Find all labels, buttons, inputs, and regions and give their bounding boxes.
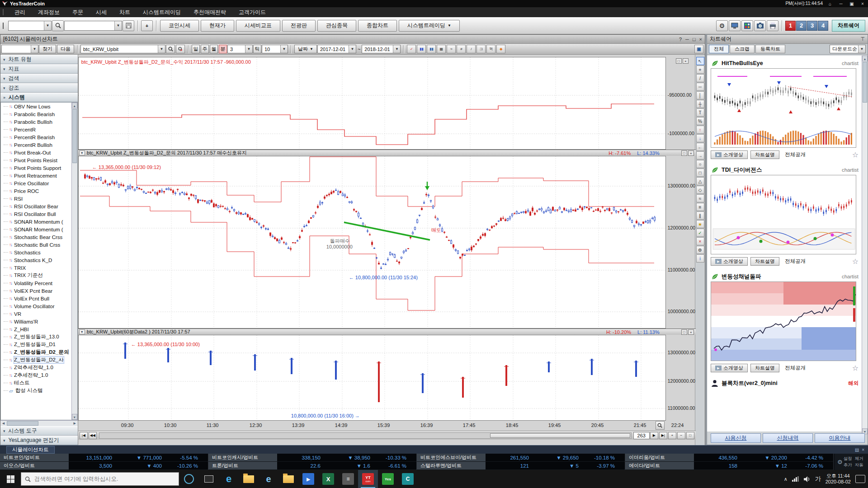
nav-scrollbar[interactable] [99,432,632,439]
share-신청내역-button[interactable]: 신청내역 [763,433,813,443]
window-maximize-button[interactable]: □ [693,37,696,42]
share-이용안내-button[interactable]: 이용안내 [815,433,865,443]
bar-style-button[interactable]: ▮▮ [417,45,426,53]
pattern-button[interactable]: 꺽 [486,45,495,53]
sidebar-section-검색[interactable]: ▾검색 [0,74,78,83]
taskbar-app-printer[interactable]: ≡ [338,470,358,488]
chart-card-변동성채널돌파[interactable]: 변동성채널돌파chartist▶소개영상차트설명전체공개☆ [711,272,859,373]
tree-item-TRIX[interactable]: ↑↓TRIX [1,264,71,272]
tree-vertical-scrollbar[interactable]: ▲ ▼ [71,103,77,420]
search-input[interactable] [34,476,165,482]
panel-close-icon[interactable]: × [683,58,689,64]
toolbar-button-코인시세[interactable]: 코인시세 [160,20,199,32]
date-from-combobox[interactable]: 2017-12-01▼ [317,45,356,53]
share-사용신청-button[interactable]: 사용신청 [711,433,761,443]
save-button[interactable] [123,20,134,31]
tree-item-Z_HBI[interactable]: ↑↓Z_HBI [1,325,71,333]
select-cursor-button[interactable]: ↖ [696,57,704,65]
channel-tool-button[interactable]: ≡ [696,203,704,211]
tree-item-PercentR Bearish[interactable]: ↑↓PercentR Bearish [1,133,71,141]
sidebar-section-지표[interactable]: ▾지표 [0,64,78,74]
cross-line-button[interactable]: ┼ [696,100,704,108]
ticker-cell-에이다/업비트[interactable]: 에이다/업비트158▼ 12-7.06 % [625,462,834,470]
vline-button[interactable]: │ [696,91,704,99]
capture-button[interactable] [754,20,766,31]
next-button[interactable]: 다음 [57,45,74,53]
home-icon[interactable]: ⌂ [826,1,834,6]
confirm-tool-button[interactable]: ✓ [696,229,704,237]
scroll-up-icon[interactable]: ▲ [862,56,868,61]
chart-symbol-combobox[interactable]: btc_KRW_Upbit▼ [80,45,165,53]
minute-combobox[interactable]: 3▼ [227,45,253,53]
sidebar-section-시스템 도구[interactable]: ▾시스템 도구 [0,426,78,436]
tree-item-Pivot Points Resist[interactable]: ↑↓Pivot Points Resist [1,156,71,164]
panel-close-icon[interactable]: × [688,150,694,156]
tree-item-SONAR Momentum ([interactable]: ↑↓SONAR Momentum ( [1,225,71,233]
taskbar-app-coin-hts[interactable]: C [398,470,418,488]
taskbar-clock[interactable]: 오후 11:44 2020-08-02 [826,473,851,485]
tree-item-Z역추세전략_1.0[interactable]: ↑↓Z역추세전략_1.0 [1,364,71,371]
period-주-button[interactable]: 주 [201,45,209,53]
tree-item-PercentR[interactable]: ↑↓PercentR [1,126,71,133]
star-icon[interactable]: ☆ [852,150,859,159]
tree-item-TRIX 기준선[interactable]: ↑↓TRIX 기준선 [1,272,71,279]
workspace-4-button[interactable]: 4 [818,21,828,31]
sidebar-section-차트 유형[interactable]: ▾차트 유형 [0,55,78,64]
start-button[interactable] [0,470,21,488]
add-screen-button[interactable]: + [141,20,153,31]
search-button[interactable] [52,20,64,31]
action-center-icon[interactable] [855,475,865,483]
wave-tool-button[interactable]: ≈ [696,194,704,202]
tree-item-RSI[interactable]: ↑↓RSI [1,195,71,202]
star-icon[interactable]: ☆ [852,364,859,372]
tree-item-Pivot Break-Out[interactable]: ↑↓Pivot Break-Out [1,149,71,156]
panel-dropdown-icon[interactable]: ▼ [79,329,85,334]
ticker-cell-스텔라루멘/업비트[interactable]: 스텔라루멘/업비트121▼ 5-3.97 % [417,462,625,470]
symbol-search-button[interactable] [166,45,175,53]
tab-list-icon[interactable]: ▤ [855,447,859,452]
date-dropdown-button[interactable]: 날짜▼ [294,45,317,53]
scroll-down-icon[interactable]: ▼ [72,414,77,420]
network-icon[interactable] [792,476,799,482]
arrow-left-button[interactable]: ← [696,143,704,151]
intro-video-button[interactable]: ▶소개영상 [711,364,748,372]
tree-item-Z_변동성돌파_D2_사[interactable]: ↑↓Z_변동성돌파_D2_사 [1,356,71,364]
help-button[interactable]: ? [679,37,682,42]
settings-button[interactable]: ⚙ [716,20,728,31]
grid-toggle-button[interactable]: ▦ [437,45,446,53]
menu-차트[interactable]: 차트 [113,9,137,16]
menu-시스템트레이딩[interactable]: 시스템트레이딩 [137,9,187,16]
tree-item-Parabolic Bullish[interactable]: ↑↓Parabolic Bullish [1,118,71,126]
chart-card-블록차트(ver2_0)mini[interactable]: 블록차트(ver2_0)mini해외 [711,378,859,388]
share-tab-등록차트[interactable]: 등록차트 [755,45,785,53]
tree-item-Z_변동성돌파_D2_문의[interactable]: ↑↓Z_변동성돌파_D2_문의 [1,348,71,356]
fit-button[interactable]: □ [686,432,694,439]
rect-tool-button[interactable]: □ [696,169,704,177]
toolbar-button-종합차트[interactable]: 종합차트 [358,20,397,32]
window-minimize-button[interactable]: ─ [685,37,689,42]
panel-maximize-icon[interactable]: □ [681,150,687,156]
tree-item-Z_변동성돌파_13.0[interactable]: ↑↓Z_변동성돌파_13.0 [1,333,71,341]
menu-계좌정보[interactable]: 계좌정보 [32,9,66,16]
card-chart-thumbnail[interactable] [711,68,856,148]
tree-item-VolEX Pcnt Bear[interactable]: ↑↓VolEX Pcnt Bear [1,287,71,295]
layout-button[interactable] [741,20,753,31]
parallel-tool-button[interactable]: ∥ [696,211,704,220]
toolbar-button-관심종목[interactable]: 관심종목 [317,20,356,32]
taskbar-app-folder[interactable] [278,470,298,488]
tab-close-icon[interactable]: × [862,447,864,452]
zoom-in-button[interactable]: + [668,432,676,439]
screen-setup-button[interactable] [729,20,741,31]
nav-prev-button[interactable]: ◀◀ [89,432,97,439]
tree-item-Price ROC[interactable]: ↑↓Price ROC [1,187,71,195]
ticker-cell-비트코인캐시/업비트[interactable]: 비트코인캐시/업비트338,150▼ 38,950-10.33 % [208,454,417,462]
scrollbar-thumb[interactable] [72,109,77,163]
ticker-cell-트론/업비트[interactable]: 트론/업비트22.6▼ 1.6-6.61 % [208,462,417,470]
menu-시세[interactable]: 시세 [90,9,113,16]
toolbar-button-전광판[interactable]: 전광판 [282,20,316,32]
tray-expand-icon[interactable]: ∧ [784,476,788,482]
ticker-cell-이오스/업비트[interactable]: 이오스/업비트3,500▼ 400-10.26 % [0,462,208,470]
scrollbar-thumb[interactable] [863,62,867,103]
system-search-combobox[interactable]: ▼ [1,45,38,53]
tree-item-Stochastics K_D[interactable]: ↑↓Stochastics K_D [1,256,71,264]
